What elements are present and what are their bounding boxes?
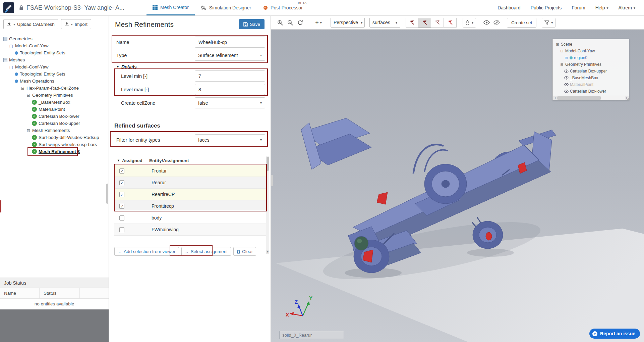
assignment-checkbox[interactable]: ✓ <box>119 204 124 209</box>
clip-cone-2-button[interactable] <box>418 18 431 28</box>
reset-view-button[interactable] <box>295 18 305 28</box>
name-input[interactable] <box>195 37 265 48</box>
clear-button[interactable]: Clear <box>233 247 256 256</box>
collapse-icon[interactable]: ⊟ <box>555 42 560 47</box>
assignment-checkbox[interactable]: ✓ <box>119 180 124 185</box>
collapse-icon[interactable]: ⊟ <box>20 86 25 91</box>
scene-item-basemeshbox[interactable]: _BaseMeshBox <box>554 75 628 81</box>
hscrollbar-thumb[interactable] <box>557 96 601 100</box>
assignment-row-fronttirecp[interactable]: ✓Fronttirecp <box>114 200 267 212</box>
render-mode-select[interactable]: surfaces ▾ <box>369 18 400 28</box>
filter-entity-types-select[interactable]: faces ▾ <box>195 134 265 145</box>
select-assignment-button[interactable]: → Select assignment <box>181 247 231 256</box>
filter-dropdown[interactable]: ▾ <box>542 18 555 28</box>
nav-help-menu[interactable]: Help▾ <box>595 5 608 10</box>
scroll-left-arrow[interactable]: ◂ <box>553 96 557 100</box>
assignment-checkbox[interactable] <box>119 227 124 232</box>
details-section-toggle[interactable]: ▼ Details <box>109 63 271 70</box>
tree-item-cartesian-box-upper[interactable]: ✓Cartesian Box-upper <box>0 120 109 127</box>
hide-selected-button[interactable] <box>491 18 502 28</box>
level-min-input[interactable] <box>195 70 265 82</box>
import-button[interactable]: ▾ Import <box>61 19 91 29</box>
create-cellzone-select[interactable]: false ▾ <box>195 97 265 108</box>
nav-forum[interactable]: Forum <box>572 5 585 10</box>
collapse-icon[interactable]: ⊟ <box>26 128 31 133</box>
clip-cone-1-button[interactable] <box>406 18 418 28</box>
tab-mesh-creator[interactable]: Mesh Creator <box>147 0 195 15</box>
scene-item-materialpoint[interactable]: MaterialPoint <box>554 81 628 88</box>
save-button[interactable]: Save <box>239 19 265 29</box>
show-selected-button[interactable] <box>481 18 491 28</box>
sidebar-scrollbar[interactable] <box>106 184 108 204</box>
tree-item-cartesian-box-lower[interactable]: ✓Cartesian Box-lower <box>0 113 109 120</box>
tree-item-mesh-refinements[interactable]: ⊟Mesh Refinements <box>0 127 109 134</box>
tree-item-model-conf-yaw[interactable]: ▢Model-Conf-Yaw <box>0 63 109 70</box>
tree-item-mesh-operations[interactable]: Mesh Operations <box>0 78 109 85</box>
nav-dashboard[interactable]: Dashboard <box>497 5 521 10</box>
triangle-down-icon[interactable]: ▼ <box>117 159 120 162</box>
assignment-row-reartirecp[interactable]: ✓ReartireCP <box>114 189 267 200</box>
post-processor-icon <box>263 5 268 10</box>
tree-item-mesh-refinement-3[interactable]: ✓Mesh Refinement 3 <box>0 148 109 155</box>
scene-item-region0[interactable]: ⊞region0 <box>554 54 628 61</box>
tree-item-surf-body-diff-wsides-radsup[interactable]: ✓Surf-body-diff-Wsides-Radsup <box>0 134 109 141</box>
scene-item-model-conf-yaw[interactable]: ⊟Model-Conf-Yaw <box>554 48 628 54</box>
panel-edge-handle[interactable] <box>271 175 273 186</box>
assignment-row-rearur[interactable]: ✓Rearur <box>114 177 267 189</box>
tree-item-geometries[interactable]: Geometries <box>0 35 109 42</box>
report-issue-button[interactable]: Report an issue <box>589 329 640 339</box>
eye-icon[interactable] <box>564 69 569 73</box>
scene-item-cartesian-box-upper[interactable]: Cartesian Box-upper <box>554 68 628 75</box>
tree-item-meshes[interactable]: Meshes <box>0 56 109 63</box>
scene-item-cartesian-box-lower[interactable]: Cartesian Box-lower <box>554 88 628 95</box>
table-scrollbar[interactable]: ▼ <box>266 156 269 254</box>
collapse-icon[interactable]: ⊟ <box>26 93 31 98</box>
add-geometry-primitive-button[interactable]: + ▾ <box>311 18 326 28</box>
tree-item-geometry-primitives[interactable]: ⊟Geometry Primitives <box>0 92 109 99</box>
tree-item-hex-param-rad-cellzone[interactable]: ⊟Hex-Param-Rad-CellZone <box>0 85 109 92</box>
viewer-3d[interactable]: X Y Z + ▾ Perspective ▾ <box>271 16 644 342</box>
expand-icon[interactable]: ⊞ <box>564 56 568 60</box>
tab-post-processor[interactable]: Post-Processor BETA <box>257 0 309 15</box>
tree-item-surf-wings-wheels-susp-bars[interactable]: ✓Surf-wings-wheels-susp-bars <box>0 141 109 148</box>
type-select[interactable]: Surface refinement ▾ <box>195 50 265 61</box>
assignment-row-frontur[interactable]: ✓Frontur <box>114 165 267 177</box>
color-dropdown[interactable]: ▾ <box>463 18 476 28</box>
tab-simulation-designer[interactable]: Simulation Designer <box>195 0 257 15</box>
create-set-button[interactable]: Create set <box>507 18 536 28</box>
clip-cone-4-button[interactable] <box>444 18 457 28</box>
scene-item-geometry-primitives[interactable]: ⊟Geometry Primitives <box>554 61 628 68</box>
tree-item-topological-entity-sets[interactable]: Topological Entity Sets <box>0 49 109 56</box>
type-select-value: Surface refinement <box>198 53 260 58</box>
assignment-checkbox[interactable]: ✓ <box>119 192 124 197</box>
tree-item-topological-entity-sets[interactable]: Topological Entity Sets <box>0 70 109 78</box>
zoom-in-button[interactable] <box>275 18 285 28</box>
eye-icon[interactable] <box>564 83 569 86</box>
assignment-checkbox[interactable] <box>119 215 124 221</box>
simscale-logo[interactable] <box>3 2 14 13</box>
add-selection-from-viewer-button[interactable]: ← Add selection from viewer <box>114 247 179 256</box>
assignment-checkbox[interactable]: ✓ <box>119 168 124 174</box>
tree-item-materialpoint[interactable]: ✓MaterialPoint <box>0 106 109 113</box>
resize-grip-icon[interactable]: ◢ <box>627 96 629 101</box>
nav-user-menu[interactable]: Akrem▾ <box>619 5 635 10</box>
upload-cad-button[interactable]: ▾ Upload CAD/mesh <box>3 19 58 29</box>
scene-item-scene[interactable]: ⊟Scene <box>554 41 628 48</box>
scrollbar-thumb[interactable] <box>267 157 269 171</box>
eye-icon[interactable] <box>564 90 569 93</box>
nav-public-projects[interactable]: Public Projects <box>531 5 562 10</box>
scrollbar-down-arrow[interactable]: ▼ <box>266 250 269 254</box>
level-max-input[interactable] <box>195 84 265 95</box>
tree-item-model-conf-yaw[interactable]: ▢Model-Conf-Yaw <box>0 42 109 49</box>
assignment-row-fwmainwing[interactable]: FWmainwing <box>114 224 267 236</box>
tree-item-basemeshbox[interactable]: ✓_BaseMeshBox <box>0 99 109 106</box>
clip-cone-3-button[interactable] <box>431 18 444 28</box>
collapse-icon[interactable]: ⊟ <box>560 62 564 67</box>
scene-tree-hscrollbar[interactable]: ◂ ▸ <box>553 96 629 100</box>
zoom-out-button[interactable] <box>285 18 295 28</box>
assignment-row-body[interactable]: body <box>114 212 267 224</box>
project-title[interactable]: FSAE-Workshop-S3- Yaw angle- A... <box>26 4 127 11</box>
eye-icon[interactable] <box>564 76 569 80</box>
projection-select[interactable]: Perspective ▾ <box>331 18 365 28</box>
collapse-icon[interactable]: ⊟ <box>560 49 564 53</box>
